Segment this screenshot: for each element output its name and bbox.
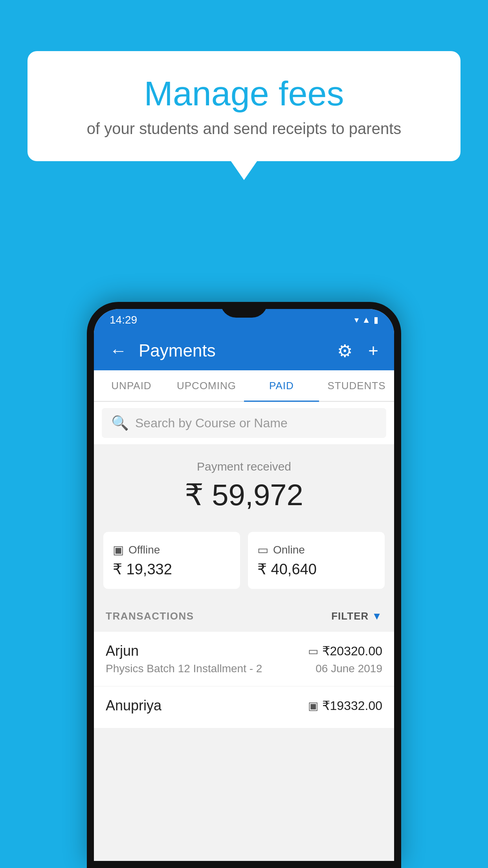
bubble-title: Manage fees xyxy=(59,75,429,113)
bubble-subtitle: of your students and send receipts to pa… xyxy=(59,120,429,138)
payment-modes: ▣ Offline ₹ 19,332 ▭ Online ₹ 40,640 xyxy=(94,524,394,601)
payment-amount: ₹ 59,972 xyxy=(106,477,382,512)
settings-button[interactable]: ⚙ xyxy=(333,337,356,365)
speech-bubble-container: Manage fees of your students and send re… xyxy=(28,51,460,161)
transaction-amount: ₹19332.00 xyxy=(322,698,382,713)
transaction-name: Arjun xyxy=(106,643,139,659)
offline-label: Offline xyxy=(128,544,160,556)
app-bar: ← Payments ⚙ + xyxy=(94,331,394,370)
online-amount: ₹ 40,640 xyxy=(257,561,375,578)
speech-bubble: Manage fees of your students and send re… xyxy=(28,51,460,161)
online-card: ▭ Online ₹ 40,640 xyxy=(248,532,385,589)
add-button[interactable]: + xyxy=(364,337,382,364)
phone-screen: 14:29 ▾ ▲ ▮ ← Payments ⚙ + UNPAID UPCOMI… xyxy=(94,309,394,861)
filter-button[interactable]: FILTER ▼ xyxy=(331,610,382,622)
payment-received-label: Payment received xyxy=(106,460,382,473)
tab-unpaid[interactable]: UNPAID xyxy=(94,370,169,401)
transaction-row[interactable]: Arjun ▭ ₹20320.00 Physics Batch 12 Insta… xyxy=(94,632,394,686)
status-time: 14:29 xyxy=(110,314,137,326)
phone-frame: 14:29 ▾ ▲ ▮ ← Payments ⚙ + UNPAID UPCOMI… xyxy=(87,302,401,868)
tab-students[interactable]: STUDENTS xyxy=(319,370,394,401)
search-bar[interactable]: 🔍 Search by Course or Name xyxy=(102,408,386,438)
transaction-course: Physics Batch 12 Installment - 2 xyxy=(106,662,262,675)
filter-icon: ▼ xyxy=(372,610,382,622)
transaction-mode-icon: ▣ xyxy=(308,699,318,712)
back-button[interactable]: ← xyxy=(106,337,131,364)
transactions-label: TRANSACTIONS xyxy=(106,610,194,622)
filter-label: FILTER xyxy=(331,610,369,622)
transactions-header: TRANSACTIONS FILTER ▼ xyxy=(94,601,394,632)
online-icon: ▭ xyxy=(257,543,268,557)
app-bar-actions: ⚙ + xyxy=(333,337,382,365)
transaction-date: 06 June 2019 xyxy=(316,662,382,675)
tab-paid[interactable]: PAID xyxy=(244,370,319,401)
offline-amount: ₹ 19,332 xyxy=(113,561,231,578)
offline-card: ▣ Offline ₹ 19,332 xyxy=(103,532,240,589)
search-icon: 🔍 xyxy=(111,415,129,431)
wifi-icon: ▾ xyxy=(354,315,359,325)
status-icons: ▾ ▲ ▮ xyxy=(354,315,378,325)
transaction-amount: ₹20320.00 xyxy=(322,644,382,658)
transaction-row[interactable]: Anupriya ▣ ₹19332.00 xyxy=(94,686,394,728)
search-placeholder: Search by Course or Name xyxy=(135,416,288,430)
search-bar-wrapper: 🔍 Search by Course or Name xyxy=(94,402,394,444)
online-label: Online xyxy=(273,544,305,556)
tabs: UNPAID UPCOMING PAID STUDENTS xyxy=(94,370,394,402)
battery-icon: ▮ xyxy=(374,315,378,325)
offline-icon: ▣ xyxy=(113,543,124,557)
signal-icon: ▲ xyxy=(362,315,371,325)
transaction-name: Anupriya xyxy=(106,697,161,714)
payment-received-section: Payment received ₹ 59,972 xyxy=(94,444,394,524)
app-bar-title: Payments xyxy=(139,341,325,360)
tab-upcoming[interactable]: UPCOMING xyxy=(169,370,244,401)
transaction-mode-icon: ▭ xyxy=(308,645,318,658)
